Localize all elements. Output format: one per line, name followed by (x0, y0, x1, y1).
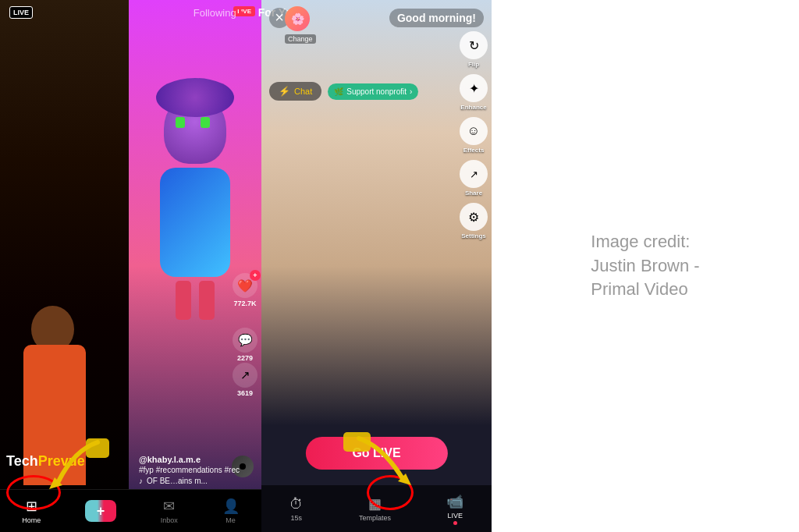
chat-button[interactable]: ⚡ Chat (269, 82, 321, 101)
share-icon: ↗ (233, 363, 257, 388)
figure-head (164, 94, 226, 164)
bottom-nav: ⊞ Home + ✉ Inbox 👤 Me (0, 489, 261, 532)
enhance-icon: ✦ (460, 74, 488, 102)
effects-icon: ☺ (460, 117, 488, 145)
chat-emoji-icon: ⚡ (279, 86, 290, 97)
me-label: Me (225, 516, 236, 524)
like-icon: ❤️ + (233, 273, 257, 298)
profile-thumbnail: 🌸 (285, 6, 310, 31)
figure-leg-right (199, 281, 215, 320)
credit-line2: Justin Brown - (591, 254, 699, 278)
share-tool-icon: ↗ (460, 160, 488, 188)
nav-dot (239, 11, 243, 15)
comment-icon: 💬 (233, 328, 257, 353)
settings-label: Settings (461, 232, 486, 239)
figure-coat (152, 168, 238, 277)
settings-icon: ⚙ (460, 203, 488, 231)
tool-settings[interactable]: ⚙ Settings (460, 203, 488, 239)
svg-rect-1 (86, 438, 109, 458)
15s-icon: ⏱ (289, 496, 304, 512)
me-icon: 👤 (222, 498, 240, 515)
svg-rect-3 (343, 432, 371, 452)
chat-label: Chat (294, 87, 312, 96)
comment-button[interactable]: 💬 2279 (233, 328, 257, 362)
arrow-annotation-left (43, 434, 113, 497)
tool-effects[interactable]: ☺ Effects (460, 117, 488, 154)
effects-label: Effects (463, 147, 485, 154)
add-icon: + (97, 503, 105, 520)
music-note-icon: ♪ (139, 477, 143, 485)
chat-row: ⚡ Chat 🌿 Support nonprofit › (269, 82, 484, 101)
tool-enhance[interactable]: ✦ Enhance (460, 74, 488, 111)
nav-following[interactable]: Following (194, 7, 243, 19)
home-label: Home (22, 516, 41, 524)
enhance-label: Enhance (460, 104, 486, 111)
flip-icon: ↻ (460, 31, 488, 59)
music-title: OF BE…ains m... (147, 477, 208, 485)
live-badge: LIVE (9, 6, 33, 19)
nav-home[interactable]: ⊞ Home (22, 498, 41, 524)
change-label[interactable]: Change (285, 34, 316, 44)
tool-flip[interactable]: ↻ Flip (460, 31, 488, 68)
support-icon: 🌿 (334, 87, 343, 96)
flip-label: Flip (468, 61, 479, 68)
share-button[interactable]: ↗ 3619 (233, 363, 257, 397)
tool-share[interactable]: ↗ Share (460, 160, 488, 197)
nav-inbox[interactable]: ✉ Inbox (161, 498, 178, 524)
live-camera-icon: 📹 (446, 493, 463, 510)
inbox-icon: ✉ (163, 498, 175, 515)
live-active-dot (453, 521, 457, 525)
share-tool-label: Share (465, 190, 482, 197)
credit-text: Image credit: Justin Brown - Primal Vide… (591, 230, 699, 302)
15s-label: 15s (290, 514, 302, 522)
support-arrow-icon: › (410, 87, 412, 96)
credit-line1: Image credit: (591, 230, 699, 254)
share-count: 3619 (237, 389, 253, 397)
figure-legs (144, 281, 246, 320)
like-plus: + (250, 270, 261, 281)
credit-line3: Primal Video (591, 278, 699, 302)
figure-body (160, 168, 230, 277)
live-top-bar: 🌸 × Good morning! (261, 0, 492, 35)
home-icon: ⊞ (26, 498, 37, 515)
figure-hair (156, 78, 234, 117)
figure-eye-right (201, 117, 210, 128)
support-label: Support nonprofit (346, 87, 407, 96)
comment-count: 2279 (237, 354, 253, 362)
inbox-label: Inbox (161, 516, 178, 524)
nav-me[interactable]: 👤 Me (222, 498, 240, 524)
video-right[interactable]: LIVE ❤️ + 772.7K 💬 2279 ↗ 3619 (129, 0, 261, 532)
support-button[interactable]: 🌿 Support nonprofit › (328, 83, 418, 100)
arrow-annotation-right (343, 431, 421, 501)
figure-leg-left (176, 281, 191, 320)
templates-label: Templates (359, 514, 391, 522)
figure-eye-left (176, 117, 185, 128)
greeting-text: Good morning! (389, 9, 484, 27)
phone-area: LIVE Following For You TechPrevue (0, 0, 492, 532)
right-tools: ↻ Flip ✦ Enhance ☺ Effects ↗ Share ⚙ Set… (460, 31, 488, 239)
like-button[interactable]: ❤️ + 772.7K (233, 273, 257, 307)
image-credit-section: Image credit: Justin Brown - Primal Vide… (492, 0, 799, 532)
colorful-figure (144, 94, 246, 328)
like-count: 772.7K (233, 300, 256, 307)
live-tab-label: LIVE (448, 512, 463, 520)
figure-eyes (176, 117, 210, 128)
live-nav-live[interactable]: 📹 LIVE (446, 493, 463, 525)
live-nav-15s[interactable]: ⏱ 15s (289, 496, 304, 522)
add-button[interactable]: + (85, 500, 116, 522)
